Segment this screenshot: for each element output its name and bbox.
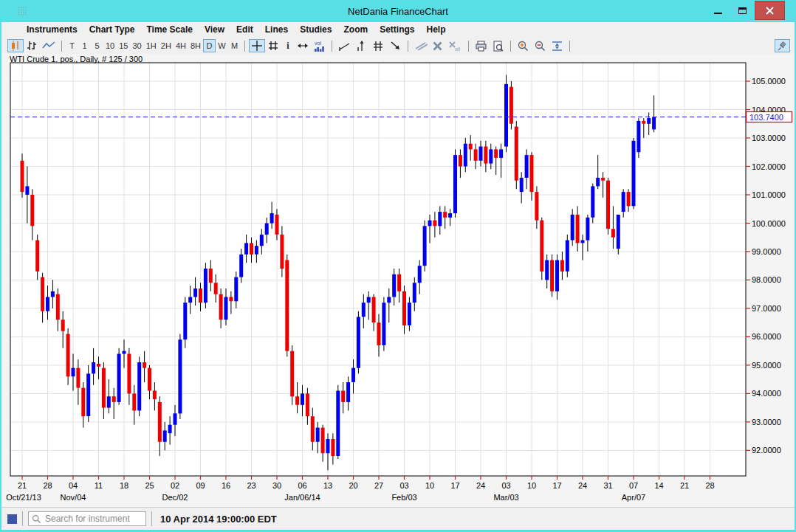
menu-item-edit[interactable]: Edit (230, 24, 259, 35)
maximize-button[interactable] (730, 1, 755, 20)
date-axis-month-label: Nov/04 (61, 493, 86, 502)
print-button[interactable] (473, 39, 490, 52)
date-axis-day-label: 28 (705, 481, 714, 490)
statusbar-separator (22, 511, 23, 526)
status-bar: 10 Apr 2014 19:00:00 EDT (1, 507, 795, 530)
close-button[interactable] (755, 1, 785, 20)
instrument-color-icon[interactable] (7, 514, 17, 524)
toolbar-separator (61, 41, 62, 52)
toolbar-separator (408, 41, 408, 52)
price-axis-label: 98.0000 (752, 275, 781, 284)
line-chart-button[interactable] (40, 39, 58, 52)
delete-line-icon (432, 41, 443, 52)
price-axis-label: 95.0000 (752, 361, 781, 370)
delete-line-button[interactable] (430, 39, 445, 52)
timeframe-buttons: T151015301H2H4H8HDWM (66, 39, 241, 52)
date-axis-month-label: Oct/21/13 (6, 493, 41, 502)
show-all-lines-button[interactable] (412, 39, 430, 52)
print-preview-button[interactable] (490, 39, 507, 52)
menu-item-zoom[interactable]: Zoom (337, 24, 374, 35)
timeframe-button-5[interactable]: 5 (91, 39, 103, 52)
timeframe-button-15[interactable]: 15 (117, 39, 130, 52)
menu-item-view[interactable]: View (199, 24, 230, 35)
timeframe-button-w[interactable]: W (216, 39, 228, 52)
timeframe-button-4h[interactable]: 4H (174, 39, 188, 52)
app-logo-icon (18, 7, 27, 16)
candlestick-chart-button[interactable] (7, 39, 24, 52)
timeframe-button-30[interactable]: 30 (131, 39, 144, 52)
parallel-channel-tool-button[interactable] (370, 39, 387, 52)
date-axis-day-label: 03 (399, 481, 408, 490)
date-axis-day-label: 17 (552, 481, 561, 490)
crosshair-button[interactable] (249, 39, 265, 52)
price-axis-label: 100.0000 (752, 219, 786, 228)
menu-item-settings[interactable]: Settings (374, 24, 420, 35)
menu-item-instruments[interactable]: Instruments (21, 24, 83, 35)
close-icon (765, 6, 775, 15)
pin-button[interactable] (775, 39, 790, 52)
toolbar: T151015301H2H4H8HDWM i vol (1, 38, 795, 54)
price-axis-label: 102.0000 (752, 162, 786, 171)
search-icon (32, 514, 41, 524)
minimize-icon (714, 13, 722, 14)
price-axis-label: 101.0000 (752, 190, 786, 199)
timeframe-button-m[interactable]: M (228, 39, 241, 52)
price-axis-label: 103.0000 (752, 134, 786, 142)
menu-item-chart-type[interactable]: Chart Type (83, 24, 141, 35)
info-button[interactable]: i (281, 39, 295, 52)
trendline-tool-button[interactable] (336, 39, 353, 52)
date-axis-day-label: 24 (578, 481, 587, 490)
menu-item-time-scale[interactable]: Time Scale (140, 24, 198, 35)
date-axis-day-label: 27 (374, 481, 383, 490)
timeframe-button-t[interactable]: T (66, 39, 78, 52)
toolbar-separator (244, 41, 245, 52)
price-axis-label: 92.0000 (752, 446, 781, 455)
price-axis-label: 94.0000 (752, 389, 781, 398)
date-axis-month-label: Apr/07 (622, 493, 645, 502)
svg-text:103.7400: 103.7400 (749, 113, 783, 122)
timeframe-button-8h[interactable]: 8H (188, 39, 203, 52)
vertical-line-tool-icon (355, 40, 368, 52)
arrow-tool-button[interactable] (387, 39, 404, 52)
candlestick-chart[interactable]: 105.0000104.0000103.0000102.0000101.0000… (1, 54, 795, 507)
date-axis-day-label: 17 (450, 481, 459, 490)
scroll-horizontal-button[interactable] (295, 39, 311, 52)
zoom-in-button[interactable] (515, 39, 532, 52)
show-all-lines-icon (414, 40, 428, 52)
delete-all-lines-button[interactable]: all (445, 39, 464, 52)
timeframe-button-d[interactable]: D (203, 39, 216, 52)
timeframe-button-1[interactable]: 1 (78, 39, 91, 52)
date-axis-day-label: 30 (272, 481, 281, 490)
date-axis-month-label: Mar/03 (493, 493, 518, 502)
date-axis-day-label: 02 (171, 481, 179, 490)
grid-toggle-button[interactable] (265, 39, 281, 52)
date-axis-month-label: Dec/02 (162, 493, 188, 502)
arrow-tool-icon (389, 40, 402, 52)
date-axis-day-label: 03 (501, 481, 510, 490)
scroll-horizontal-icon (297, 40, 309, 52)
title-bar[interactable]: NetDania FinanceChart (0, 0, 796, 22)
date-axis-day-label: 09 (196, 481, 205, 490)
vertical-line-tool-button[interactable] (353, 39, 370, 52)
volume-toggle-button[interactable]: vol (311, 39, 328, 52)
minimize-button[interactable] (706, 1, 730, 20)
date-axis-day-label: 31 (603, 481, 612, 490)
ohlc-chart-button[interactable] (24, 39, 40, 52)
date-axis-day-label: 21 (18, 481, 27, 490)
date-axis-day-label: 28 (43, 481, 52, 490)
menu-item-studies[interactable]: Studies (294, 24, 337, 35)
fit-vertical-button[interactable] (549, 39, 566, 52)
search-input[interactable] (44, 513, 132, 525)
menu-item-lines[interactable]: Lines (259, 24, 294, 35)
search-box[interactable] (28, 511, 146, 526)
zoom-in-icon (517, 40, 529, 52)
menu-item-help[interactable]: Help (420, 24, 451, 35)
timeframe-button-1h[interactable]: 1H (144, 39, 159, 52)
print-preview-icon (492, 40, 504, 52)
zoom-out-button[interactable] (532, 39, 549, 52)
date-axis-day-label: 13 (323, 481, 332, 490)
timeframe-button-10[interactable]: 10 (103, 39, 117, 52)
date-axis-day-label: 07 (629, 481, 638, 490)
statusbar-separator (151, 511, 152, 526)
timeframe-button-2h[interactable]: 2H (159, 39, 174, 52)
